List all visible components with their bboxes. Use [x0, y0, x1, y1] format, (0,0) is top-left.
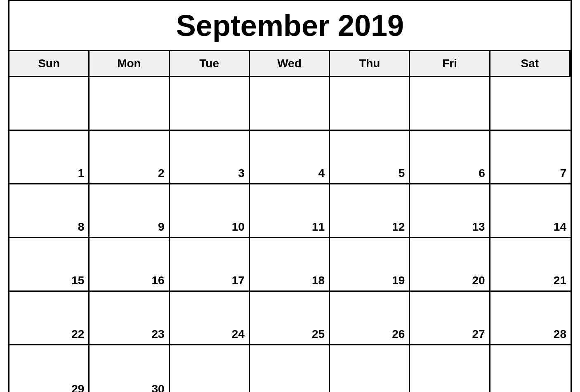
day-number: 2 [158, 167, 165, 180]
day-cell: 26 [330, 292, 410, 345]
day-header-thu: Thu [330, 51, 410, 77]
day-cell [170, 77, 250, 131]
day-header-tue: Tue [170, 51, 250, 77]
day-cell [250, 77, 330, 131]
day-cell: 1 [9, 131, 90, 184]
day-cell: 6 [410, 131, 490, 184]
day-number: 28 [554, 328, 566, 341]
day-cell: 2 [90, 131, 170, 184]
day-number: 7 [560, 167, 566, 180]
calendar: September 2019 SunMonTueWedThuFriSat1234… [8, 0, 572, 392]
day-cell: 22 [9, 292, 90, 345]
day-cell: 4 [250, 131, 330, 184]
day-cell: 25 [250, 292, 330, 345]
day-cell [410, 345, 490, 392]
day-number: 13 [472, 220, 485, 234]
day-number: 25 [312, 328, 325, 341]
day-number: 14 [554, 220, 566, 234]
day-cell: 7 [490, 131, 571, 184]
day-cell: 9 [90, 184, 170, 238]
day-number: 12 [392, 220, 405, 234]
day-number: 11 [312, 220, 325, 234]
day-number: 19 [392, 274, 405, 287]
day-cell: 5 [330, 131, 410, 184]
day-number: 17 [232, 274, 245, 287]
day-number: 23 [151, 328, 164, 341]
day-cell: 30 [90, 345, 170, 392]
day-header-wed: Wed [250, 51, 330, 77]
day-cell [330, 345, 410, 392]
day-cell: 3 [170, 131, 250, 184]
day-cell [490, 77, 571, 131]
day-cell: 21 [490, 238, 571, 292]
day-number: 18 [312, 274, 325, 287]
day-number: 1 [78, 167, 85, 180]
day-number: 21 [554, 274, 566, 287]
day-cell: 12 [330, 184, 410, 238]
day-cell: 27 [410, 292, 490, 345]
day-number: 9 [158, 220, 165, 234]
day-header-fri: Fri [410, 51, 490, 77]
day-cell: 28 [490, 292, 571, 345]
day-number: 30 [151, 383, 164, 392]
day-number: 15 [71, 274, 84, 287]
day-cell: 20 [410, 238, 490, 292]
day-number: 3 [238, 167, 245, 180]
day-number: 26 [392, 328, 405, 341]
day-header-sun: Sun [9, 51, 90, 77]
day-cell [410, 77, 490, 131]
day-number: 20 [472, 274, 485, 287]
day-cell: 15 [9, 238, 90, 292]
day-cell [490, 345, 571, 392]
day-cell: 23 [90, 292, 170, 345]
day-cell: 8 [9, 184, 90, 238]
day-number: 27 [472, 328, 485, 341]
day-number: 8 [78, 220, 85, 234]
day-cell [330, 77, 410, 131]
day-number: 6 [479, 167, 485, 180]
day-cell [90, 77, 170, 131]
day-cell [170, 345, 250, 392]
day-cell: 11 [250, 184, 330, 238]
day-number: 22 [71, 328, 84, 341]
day-number: 5 [398, 167, 405, 180]
day-cell [250, 345, 330, 392]
day-cell [9, 77, 90, 131]
day-number: 10 [232, 220, 245, 234]
day-number: 16 [151, 274, 164, 287]
day-cell: 10 [170, 184, 250, 238]
day-cell: 19 [330, 238, 410, 292]
day-header-sat: Sat [490, 51, 571, 77]
day-cell: 24 [170, 292, 250, 345]
day-cell: 29 [9, 345, 90, 392]
day-cell: 16 [90, 238, 170, 292]
day-cell: 18 [250, 238, 330, 292]
day-number: 24 [232, 328, 245, 341]
day-cell: 14 [490, 184, 571, 238]
day-cell: 17 [170, 238, 250, 292]
calendar-title: September 2019 [9, 1, 571, 51]
day-cell: 13 [410, 184, 490, 238]
day-number: 29 [71, 383, 84, 392]
calendar-grid: SunMonTueWedThuFriSat1234567891011121314… [9, 51, 571, 392]
day-number: 4 [318, 167, 325, 180]
day-header-mon: Mon [90, 51, 170, 77]
